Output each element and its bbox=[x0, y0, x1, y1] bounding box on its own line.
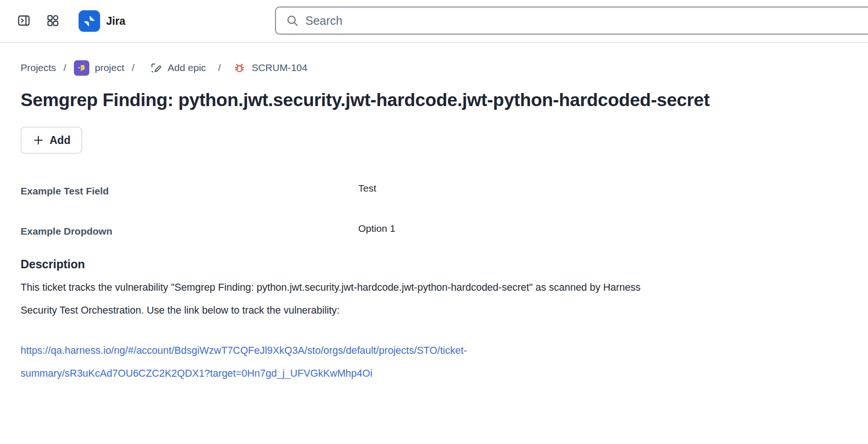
search-input[interactable] bbox=[305, 14, 868, 28]
field-label: Example Test Field bbox=[21, 186, 358, 197]
breadcrumb: Projects / project / Add epic bbox=[21, 58, 847, 77]
jira-logo[interactable] bbox=[79, 10, 100, 32]
app-switcher-icon bbox=[46, 14, 60, 29]
expand-sidebar-button[interactable] bbox=[14, 11, 34, 31]
description-section: Description This ticket tracks the vulne… bbox=[21, 258, 847, 385]
search-icon bbox=[286, 14, 299, 27]
breadcrumb-projects-label: Projects bbox=[21, 62, 56, 73]
breadcrumb-issue-key[interactable]: SCRUM-104 bbox=[233, 61, 307, 74]
global-search[interactable] bbox=[275, 7, 868, 35]
vulnerability-link[interactable]: https://qa.harness.io/ng/#/account/Bdsgi… bbox=[21, 339, 591, 385]
issue-title: Semgrep Finding: python.jwt.security.jwt… bbox=[21, 87, 713, 113]
breadcrumb-projects[interactable]: Projects bbox=[21, 62, 56, 73]
field-value[interactable]: Option 1 bbox=[358, 223, 847, 234]
bug-icon bbox=[233, 61, 246, 74]
field-value[interactable]: Test bbox=[358, 183, 847, 194]
add-button[interactable]: Add bbox=[21, 127, 82, 154]
breadcrumb-project[interactable]: project bbox=[74, 60, 124, 76]
breadcrumb-issue-key-label: SCRUM-104 bbox=[252, 62, 307, 73]
breadcrumb-separator: / bbox=[64, 62, 66, 73]
add-button-label: Add bbox=[50, 134, 71, 147]
field-row-example-test-field: Example Test Field Test bbox=[21, 186, 847, 197]
breadcrumb-separator: / bbox=[218, 62, 221, 73]
field-row-example-dropdown: Example Dropdown Option 1 bbox=[21, 226, 847, 237]
project-avatar-icon bbox=[74, 60, 89, 76]
description-body[interactable]: This ticket tracks the vulnerability "Se… bbox=[21, 276, 675, 322]
breadcrumb-project-label: project bbox=[95, 62, 124, 73]
app-name: Jira bbox=[106, 15, 125, 28]
app-switcher-button[interactable] bbox=[43, 11, 63, 31]
field-label: Example Dropdown bbox=[21, 226, 358, 237]
top-navigation-bar: Jira bbox=[0, 0, 868, 43]
plus-icon bbox=[32, 134, 44, 146]
breadcrumb-add-epic[interactable]: Add epic bbox=[150, 62, 206, 74]
custom-fields: Example Test Field Test Example Dropdown… bbox=[21, 186, 847, 237]
description-heading: Description bbox=[21, 258, 847, 271]
edit-icon bbox=[150, 62, 162, 74]
issue-view: Projects / project / Add epic bbox=[0, 58, 868, 385]
expand-sidebar-icon bbox=[17, 14, 31, 29]
breadcrumb-separator: / bbox=[132, 62, 135, 73]
breadcrumb-add-epic-label: Add epic bbox=[168, 62, 206, 73]
